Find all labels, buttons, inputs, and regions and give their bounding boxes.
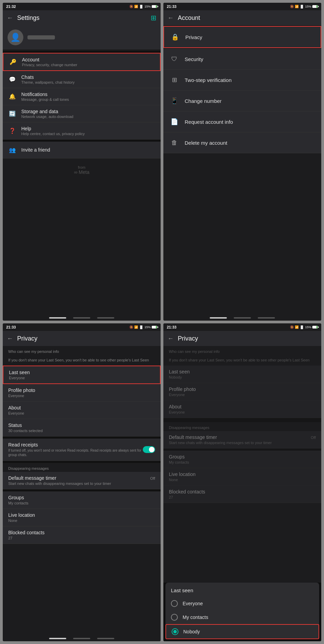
- battery-icon: [152, 5, 157, 8]
- invite-menu-text: Invite a friend: [21, 147, 50, 153]
- back-button-settings[interactable]: ←: [7, 14, 13, 22]
- last-seen-dialog: Last seen Everyone My contacts Nobody: [165, 583, 319, 639]
- storage-menu-text: Storage and data Network usage, auto-dow…: [21, 109, 73, 119]
- profile-photo-title: Profile photo: [8, 387, 155, 393]
- notifications-title: Notifications: [21, 92, 69, 97]
- menu-item-invite[interactable]: 👥 Invite a friend: [3, 142, 161, 158]
- blocked-title: Blocked contacts: [8, 530, 155, 535]
- status-icons-1: 🔕 📶 ▐▌ 15%: [129, 5, 157, 8]
- privacy-blocked[interactable]: Blocked contacts 27: [3, 526, 161, 544]
- last-seen-title: Last seen: [9, 370, 154, 375]
- account-top-bar: ← Account: [163, 10, 321, 25]
- account-item-delete[interactable]: 🗑 Delete my account: [163, 132, 321, 153]
- radio-everyone: [171, 600, 178, 607]
- account-item-change-number[interactable]: 📱 Change number: [163, 91, 321, 111]
- help-subtitle: Help centre, contact us, privacy policy: [21, 132, 85, 136]
- account-menu-text: Account Privacy, security, change number: [22, 57, 77, 67]
- privacy-dialog-about: About Everyone: [163, 401, 321, 418]
- avatar: 👤: [8, 29, 23, 45]
- who-can-see-header: Who can see my personal info: [3, 346, 161, 355]
- privacy-about[interactable]: About Everyone: [3, 402, 161, 419]
- time-1: 21:32: [6, 4, 16, 9]
- qr-icon[interactable]: ⊞: [151, 14, 157, 22]
- dialog-timer-value: Off: [311, 436, 316, 440]
- storage-title: Storage and data: [21, 109, 73, 114]
- back-button-privacy-dialog[interactable]: ←: [167, 335, 174, 342]
- delete-icon: 🗑: [169, 137, 180, 148]
- menu-item-help[interactable]: ❓ Help Help centre, contact us, privacy …: [3, 122, 161, 140]
- notifications-subtitle: Message, group & call tones: [21, 97, 69, 102]
- default-timer-subtitle: Start new chats with disappearing messag…: [8, 481, 155, 486]
- battery-icon-4: [312, 326, 318, 329]
- status-value: 30 contacts selected: [8, 429, 155, 433]
- dialog-option-my-contacts[interactable]: My contacts: [165, 610, 319, 624]
- avatar-icon: 👤: [10, 33, 21, 42]
- dialog-timer-title: Default message timer: [169, 434, 217, 440]
- notification-icon-4: 🔕: [290, 325, 294, 329]
- privacy-dialog-profile-photo: Profile photo Everyone: [163, 383, 321, 401]
- from-meta: from ∞ Meta: [3, 158, 161, 182]
- storage-icon: 🔄: [8, 109, 17, 119]
- privacy-status[interactable]: Status 30 contacts selected: [3, 419, 161, 437]
- wifi-icon: 📶: [134, 5, 138, 8]
- nav-pill-8: [73, 638, 90, 639]
- screenshot-grid: 21:32 🔕 📶 ▐▌ 15% ← Settings ⊞ 👤: [0, 0, 324, 644]
- read-receipts-toggle[interactable]: [143, 446, 155, 453]
- battery-icon-2: [312, 5, 318, 8]
- privacy-last-seen[interactable]: Last seen Everyone: [3, 366, 161, 384]
- settings-screen: 21:32 🔕 📶 ▐▌ 15% ← Settings ⊞ 👤: [3, 3, 161, 321]
- wifi-icon-2: 📶: [295, 5, 299, 8]
- account-item-security[interactable]: 🛡 Security: [163, 49, 321, 70]
- bottom-bar-2: [163, 315, 321, 321]
- change-number-icon: 📱: [169, 95, 180, 106]
- dialog-last-seen-value: Nobody: [169, 375, 316, 379]
- nobody-label: Nobody: [183, 629, 200, 634]
- dialog-timer-subtitle: Start new chats with disappearing messag…: [169, 441, 316, 445]
- account-item-two-step[interactable]: ⊞ Two-step verification: [163, 70, 321, 91]
- dialog-profile-photo-title: Profile photo: [169, 386, 316, 392]
- back-button-privacy[interactable]: ←: [7, 335, 13, 342]
- privacy-top-bar: ← Privacy: [3, 331, 161, 346]
- change-number-label: Change number: [185, 98, 222, 104]
- profile-photo-value: Everyone: [8, 394, 155, 398]
- status-icons-3: 🔕 📶 ▐▌ 15%: [129, 325, 157, 329]
- signal-icon: ▐▌: [139, 5, 143, 8]
- dialog-blocked-title: Blocked contacts: [169, 489, 316, 494]
- last-seen-value: Everyone: [9, 376, 154, 380]
- settings-top-bar: ← Settings ⊞: [3, 10, 161, 25]
- battery-text: 15%: [144, 5, 151, 8]
- menu-item-chats[interactable]: 💬 Chats Theme, wallpapers, chat history: [3, 71, 161, 88]
- dialog-live-loc-value: None: [169, 478, 316, 482]
- account-item-privacy[interactable]: 🔒 Privacy: [163, 26, 321, 48]
- menu-item-notifications[interactable]: 🔔 Notifications Message, group & call to…: [3, 88, 161, 105]
- dialog-option-everyone[interactable]: Everyone: [165, 597, 319, 610]
- privacy-default-timer[interactable]: Default message timer Off Start new chat…: [3, 472, 161, 489]
- disappearing-header-2: Disappearing messages: [163, 422, 321, 431]
- privacy-groups[interactable]: Groups My contacts: [3, 491, 161, 509]
- battery-icon-3: [152, 326, 157, 329]
- signal-icon-4: ▐▌: [300, 325, 304, 329]
- dialog-option-nobody[interactable]: Nobody: [165, 624, 319, 639]
- battery-text-2: 15%: [305, 5, 311, 8]
- nav-pill-7: [49, 638, 66, 639]
- settings-list: 🔑 Account Privacy, security, change numb…: [3, 53, 161, 315]
- privacy-profile-photo[interactable]: Profile photo Everyone: [3, 384, 161, 402]
- live-location-title: Live location: [8, 512, 155, 518]
- privacy-dialog-live-location: Live location None: [163, 468, 321, 486]
- nav-pill-3: [97, 317, 114, 319]
- profile-section[interactable]: 👤: [3, 25, 161, 49]
- chats-title: Chats: [21, 74, 74, 80]
- status-title: Status: [8, 422, 155, 428]
- chats-subtitle: Theme, wallpapers, chat history: [21, 80, 74, 84]
- read-receipts-subtitle: If turned off, you won't send or receive…: [8, 448, 143, 457]
- back-button-account[interactable]: ←: [167, 14, 174, 22]
- two-step-icon: ⊞: [169, 74, 180, 85]
- account-item-request-info[interactable]: 📄 Request account info: [163, 111, 321, 132]
- account-icon: 🔑: [8, 57, 18, 67]
- dialog-blocked-value: 27: [169, 495, 316, 499]
- privacy-live-location[interactable]: Live location None: [3, 509, 161, 526]
- menu-item-account[interactable]: 🔑 Account Privacy, security, change numb…: [3, 53, 161, 71]
- notification-icon-2: 🔕: [290, 5, 294, 8]
- battery-text-4: 15%: [305, 325, 311, 329]
- menu-item-storage[interactable]: 🔄 Storage and data Network usage, auto-d…: [3, 105, 161, 122]
